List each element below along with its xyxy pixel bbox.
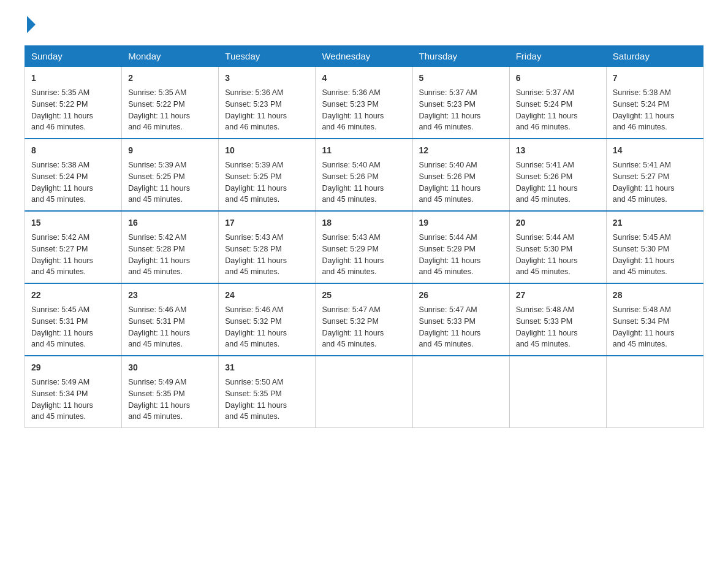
daylight-label: Daylight: 11 hours	[516, 112, 578, 120]
day-number: 8	[31, 144, 115, 157]
daylight-minutes: and 45 minutes.	[31, 195, 86, 204]
calendar-header: SundayMondayTuesdayWednesdayThursdayFrid…	[25, 46, 703, 67]
calendar-day-cell	[509, 356, 606, 428]
calendar-day-cell	[412, 356, 509, 428]
sunrise-label: Sunrise: 5:40 AM	[419, 161, 477, 169]
daylight-minutes: and 45 minutes.	[225, 340, 279, 348]
daylight-label: Daylight: 11 hours	[419, 256, 481, 265]
day-number: 3	[225, 72, 309, 85]
sunrise-label: Sunrise: 5:41 AM	[613, 161, 671, 169]
weekday-header-monday: Monday	[122, 46, 219, 67]
sunset-label: Sunset: 5:28 PM	[225, 245, 281, 253]
calendar-day-cell: 28Sunrise: 5:48 AMSunset: 5:34 PMDayligh…	[606, 283, 703, 356]
calendar-day-cell: 18Sunrise: 5:43 AMSunset: 5:29 PMDayligh…	[316, 211, 412, 283]
calendar-day-cell: 30Sunrise: 5:49 AMSunset: 5:35 PMDayligh…	[122, 356, 219, 428]
daylight-minutes: and 46 minutes.	[128, 123, 183, 131]
day-number: 15	[31, 216, 115, 229]
day-number: 19	[419, 216, 503, 229]
daylight-label: Daylight: 11 hours	[322, 256, 384, 265]
sunrise-label: Sunrise: 5:47 AM	[419, 305, 477, 314]
daylight-label: Daylight: 11 hours	[225, 329, 287, 337]
sunset-label: Sunset: 5:24 PM	[613, 100, 669, 109]
page-header	[25, 18, 703, 33]
daylight-minutes: and 45 minutes.	[128, 267, 183, 276]
calendar-table: SundayMondayTuesdayWednesdayThursdayFrid…	[25, 45, 703, 428]
day-number: 11	[322, 144, 406, 157]
sunset-label: Sunset: 5:34 PM	[31, 389, 88, 398]
day-number: 21	[613, 216, 697, 229]
daylight-minutes: and 45 minutes.	[128, 195, 183, 204]
daylight-minutes: and 46 minutes.	[516, 123, 571, 131]
calendar-week-row: 15Sunrise: 5:42 AMSunset: 5:27 PMDayligh…	[25, 211, 703, 283]
sunrise-label: Sunrise: 5:49 AM	[128, 378, 186, 386]
sunset-label: Sunset: 5:28 PM	[128, 245, 184, 253]
daylight-label: Daylight: 11 hours	[225, 112, 287, 120]
calendar-day-cell: 5Sunrise: 5:37 AMSunset: 5:23 PMDaylight…	[412, 67, 509, 139]
calendar-day-cell: 25Sunrise: 5:47 AMSunset: 5:32 PMDayligh…	[316, 283, 412, 356]
calendar-day-cell: 20Sunrise: 5:44 AMSunset: 5:30 PMDayligh…	[509, 211, 606, 283]
calendar-body: 1Sunrise: 5:35 AMSunset: 5:22 PMDaylight…	[25, 67, 703, 428]
day-number: 16	[128, 216, 212, 229]
calendar-day-cell: 23Sunrise: 5:46 AMSunset: 5:31 PMDayligh…	[122, 283, 219, 356]
day-number: 5	[419, 72, 503, 85]
daylight-minutes: and 45 minutes.	[225, 195, 279, 204]
daylight-minutes: and 45 minutes.	[516, 267, 571, 276]
daylight-minutes: and 45 minutes.	[516, 340, 571, 348]
daylight-label: Daylight: 11 hours	[613, 329, 675, 337]
calendar-day-cell: 2Sunrise: 5:35 AMSunset: 5:22 PMDaylight…	[122, 67, 219, 139]
weekday-header-friday: Friday	[509, 46, 606, 67]
day-number: 6	[516, 72, 600, 85]
daylight-minutes: and 45 minutes.	[31, 412, 86, 421]
day-number: 29	[31, 361, 115, 374]
daylight-minutes: and 45 minutes.	[225, 267, 279, 276]
day-number: 17	[225, 216, 309, 229]
calendar-week-row: 22Sunrise: 5:45 AMSunset: 5:31 PMDayligh…	[25, 283, 703, 356]
daylight-minutes: and 45 minutes.	[613, 195, 667, 204]
sunset-label: Sunset: 5:29 PM	[419, 245, 476, 253]
sunrise-label: Sunrise: 5:46 AM	[225, 305, 283, 314]
day-number: 27	[516, 289, 600, 302]
calendar-day-cell: 16Sunrise: 5:42 AMSunset: 5:28 PMDayligh…	[122, 211, 219, 283]
daylight-minutes: and 45 minutes.	[128, 412, 183, 421]
sunset-label: Sunset: 5:27 PM	[31, 245, 88, 253]
daylight-minutes: and 45 minutes.	[613, 267, 667, 276]
sunset-label: Sunset: 5:29 PM	[322, 245, 378, 253]
day-number: 31	[225, 361, 309, 374]
sunset-label: Sunset: 5:24 PM	[31, 172, 88, 181]
sunset-label: Sunset: 5:34 PM	[613, 317, 669, 326]
sunrise-label: Sunrise: 5:35 AM	[31, 88, 89, 97]
sunrise-label: Sunrise: 5:36 AM	[225, 88, 283, 97]
sunset-label: Sunset: 5:31 PM	[31, 317, 88, 326]
sunset-label: Sunset: 5:24 PM	[516, 100, 572, 109]
day-number: 18	[322, 216, 406, 229]
sunset-label: Sunset: 5:26 PM	[322, 172, 378, 181]
sunset-label: Sunset: 5:33 PM	[419, 317, 476, 326]
calendar-week-row: 8Sunrise: 5:38 AMSunset: 5:24 PMDaylight…	[25, 139, 703, 211]
sunset-label: Sunset: 5:25 PM	[128, 172, 184, 181]
day-number: 12	[419, 144, 503, 157]
sunrise-label: Sunrise: 5:48 AM	[613, 305, 671, 314]
weekday-header-thursday: Thursday	[412, 46, 509, 67]
day-number: 24	[225, 289, 309, 302]
calendar-day-cell: 4Sunrise: 5:36 AMSunset: 5:23 PMDaylight…	[316, 67, 412, 139]
day-number: 25	[322, 289, 406, 302]
daylight-label: Daylight: 11 hours	[419, 184, 481, 193]
sunset-label: Sunset: 5:32 PM	[322, 317, 378, 326]
daylight-label: Daylight: 11 hours	[31, 256, 93, 265]
daylight-minutes: and 45 minutes.	[31, 340, 86, 348]
weekday-header-row: SundayMondayTuesdayWednesdayThursdayFrid…	[25, 46, 703, 67]
day-number: 20	[516, 216, 600, 229]
daylight-minutes: and 45 minutes.	[128, 340, 183, 348]
sunrise-label: Sunrise: 5:44 AM	[419, 233, 477, 242]
sunrise-label: Sunrise: 5:50 AM	[225, 378, 283, 386]
sunrise-label: Sunrise: 5:41 AM	[516, 161, 574, 169]
sunrise-label: Sunrise: 5:39 AM	[128, 161, 186, 169]
calendar-day-cell	[606, 356, 703, 428]
sunset-label: Sunset: 5:23 PM	[419, 100, 476, 109]
daylight-minutes: and 45 minutes.	[613, 340, 667, 348]
sunset-label: Sunset: 5:23 PM	[322, 100, 378, 109]
daylight-label: Daylight: 11 hours	[613, 256, 675, 265]
daylight-label: Daylight: 11 hours	[613, 184, 675, 193]
sunrise-label: Sunrise: 5:39 AM	[225, 161, 283, 169]
daylight-minutes: and 45 minutes.	[322, 267, 376, 276]
